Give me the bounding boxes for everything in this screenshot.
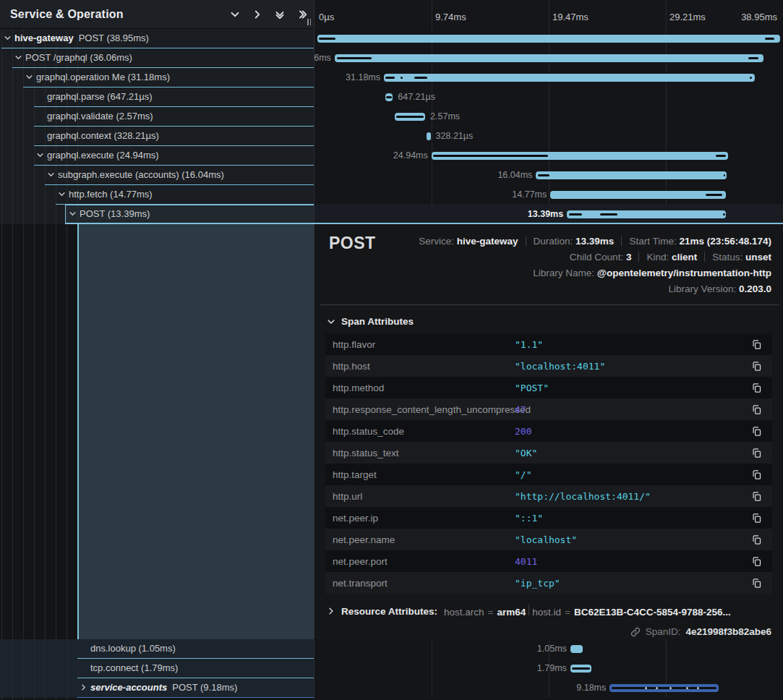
- span-bar-row[interactable]: 31.18ms: [315, 68, 783, 88]
- span-row-label: POST (13.39ms): [80, 208, 150, 219]
- span-row[interactable]: service-accountsPOST (9.18ms): [0, 678, 314, 698]
- copy-icon[interactable]: [751, 339, 762, 350]
- column-divider[interactable]: [314, 0, 315, 700]
- copy-icon[interactable]: [751, 469, 762, 480]
- copy-icon[interactable]: [751, 556, 762, 567]
- attribute-value: "::1": [515, 513, 543, 524]
- span-bar-row[interactable]: 24.94ms: [315, 146, 783, 166]
- span-row[interactable]: subgraph.execute (accounts) (16.04ms): [0, 166, 314, 185]
- span-duration-label: 24.94ms: [393, 150, 428, 161]
- span-bar[interactable]: [570, 645, 583, 653]
- span-row[interactable]: http.fetch (14.77ms): [0, 185, 314, 205]
- attribute-row: http.status_code200: [325, 420, 772, 442]
- span-bar-row[interactable]: 38.95ms: [315, 29, 783, 48]
- span-row-border: [77, 697, 314, 698]
- span-bar-row[interactable]: 328.21µs: [315, 127, 783, 146]
- attribute-key: net.transport: [333, 578, 515, 589]
- span-id-label: SpanID:: [646, 626, 681, 637]
- attribute-row: net.transport"ip_tcp": [325, 572, 772, 594]
- tick-label: 9.74ms: [435, 12, 466, 22]
- copy-icon[interactable]: [751, 404, 762, 415]
- span-bar-row[interactable]: 16.04ms: [315, 166, 783, 185]
- span-duration-label: 647.21µs: [398, 92, 435, 102]
- span-meta-line: Child Count: 3Kind: clientStatus: unset: [419, 249, 771, 265]
- column-resizer-handle[interactable]: [306, 17, 312, 27]
- attribute-value: "localhost:4011": [515, 361, 605, 372]
- chevron-down-icon[interactable]: [69, 210, 76, 217]
- span-bar-row[interactable]: 1.79ms: [315, 659, 783, 678]
- gridline: [432, 0, 432, 29]
- span-row[interactable]: dns.lookup (1.05ms): [0, 639, 314, 659]
- copy-icon[interactable]: [751, 448, 762, 458]
- meta-separator: [704, 252, 705, 262]
- chevron-down-icon[interactable]: [4, 35, 11, 41]
- span-row[interactable]: tcp.connect (1.79ms): [0, 659, 314, 678]
- meta-value: @opentelemetry/instrumentation-http: [597, 268, 771, 278]
- link-icon[interactable]: [630, 627, 641, 637]
- operation-name: subgraph.execute (accounts) (16.04ms): [58, 169, 224, 180]
- span-row[interactable]: graphql.context (328.21µs): [0, 127, 314, 146]
- span-bar-row[interactable]: 13.39ms: [315, 205, 783, 224]
- equals-sign: =: [488, 607, 494, 618]
- span-bar[interactable]: [427, 132, 430, 140]
- copy-icon[interactable]: [751, 426, 762, 437]
- span-bar-segment: [645, 687, 647, 689]
- span-row[interactable]: POST (13.39ms): [0, 205, 314, 224]
- span-bar-row[interactable]: 9.18ms: [315, 678, 783, 698]
- span-bar-row[interactable]: 1.05ms: [315, 639, 783, 659]
- span-bar[interactable]: [335, 54, 763, 62]
- span-row[interactable]: graphql.execute (24.94ms): [0, 146, 314, 166]
- meta-label: Service:: [419, 236, 457, 247]
- chevron-down-icon[interactable]: [59, 191, 65, 197]
- copy-icon[interactable]: [751, 491, 762, 502]
- span-bar-segment: [723, 213, 725, 215]
- chevron-right-icon[interactable]: [253, 10, 262, 19]
- attribute-key: http.response_content_length_uncompresse…: [333, 404, 515, 415]
- operation-name: POST (9.18ms): [172, 682, 237, 693]
- span-bar[interactable]: [317, 35, 780, 43]
- span-row[interactable]: graphql.operation Me (31.18ms): [0, 68, 314, 88]
- meta-value: 13.39ms: [576, 236, 614, 247]
- meta-value: 21ms (23:56:48.174): [679, 236, 771, 247]
- span-row[interactable]: hive-gatewayPOST (38.95ms): [0, 29, 314, 48]
- chevron-down-icon[interactable]: [15, 54, 22, 61]
- span-attributes-section-header[interactable]: Span Attributes: [315, 305, 783, 333]
- copy-icon[interactable]: [751, 578, 762, 589]
- resource-attributes-pairs: host.arch=arm64host.id=BC62E13B-C4CC-585…: [444, 605, 731, 618]
- span-bar-row[interactable]: 36.06ms: [315, 48, 783, 68]
- operation-name: http.fetch (14.77ms): [69, 189, 153, 200]
- meta-label: Library Name:: [533, 268, 597, 278]
- span-bar[interactable]: [550, 191, 726, 199]
- span-bar[interactable]: [536, 171, 727, 179]
- resource-attributes-row[interactable]: Resource Attributes: host.arch=arm64host…: [315, 594, 783, 618]
- resource-separator: [529, 605, 529, 615]
- span-bar-row[interactable]: 647.21µs: [315, 88, 783, 107]
- copy-icon[interactable]: [751, 534, 762, 545]
- copy-icon[interactable]: [751, 383, 762, 393]
- trace-timeline-view: Service & Operation hive-gatewayPOST (38…: [0, 0, 783, 700]
- service-operation-header: Service & Operation: [0, 0, 314, 29]
- chevron-down-icon[interactable]: [26, 74, 33, 80]
- copy-icon[interactable]: [751, 513, 762, 524]
- copy-icon[interactable]: [751, 361, 762, 372]
- span-row[interactable]: POST /graphql (36.06ms): [0, 48, 314, 68]
- span-row[interactable]: graphql.validate (2.57ms): [0, 107, 314, 127]
- attribute-key: net.peer.port: [333, 556, 515, 567]
- resource-value: BC62E13B-C4CC-5854-9788-256...: [574, 607, 731, 618]
- span-duration-label: 2.57ms: [430, 111, 460, 121]
- operation-name: dns.lookup (1.05ms): [90, 643, 176, 654]
- span-bar[interactable]: [567, 210, 726, 218]
- span-row-label: service-accountsPOST (9.18ms): [90, 682, 237, 693]
- chevron-down-icon[interactable]: [231, 10, 239, 19]
- span-row[interactable]: graphql.parse (647.21µs): [0, 88, 314, 107]
- chevron-right-icon[interactable]: [80, 684, 87, 691]
- attribute-row: http.response_content_length_uncompresse…: [325, 398, 772, 420]
- chevron-down-icon[interactable]: [37, 152, 43, 158]
- span-meta-line: Library Name: @opentelemetry/instrumenta…: [419, 265, 771, 281]
- double-chevron-down-icon[interactable]: [275, 10, 284, 19]
- span-bar-row[interactable]: 2.57ms: [315, 107, 783, 127]
- span-bar-row[interactable]: 14.77ms: [315, 185, 783, 205]
- chevron-down-icon[interactable]: [48, 171, 54, 178]
- span-bar[interactable]: [384, 74, 755, 82]
- attribute-value: "POST": [515, 383, 549, 393]
